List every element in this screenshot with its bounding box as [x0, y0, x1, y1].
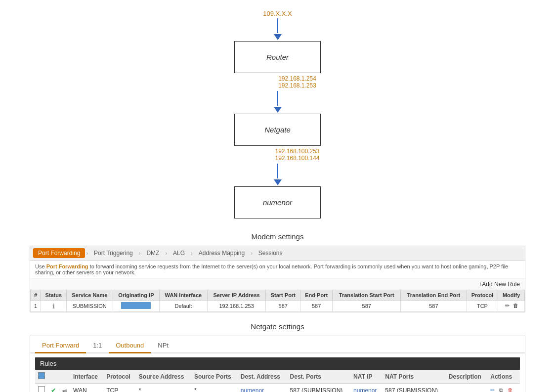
delete-icon[interactable]: 🗑 — [512, 303, 519, 309]
ip-netgate-in: 192.168.1.253 — [278, 82, 316, 89]
tab-npt[interactable]: NPt — [151, 339, 175, 353]
row-check-icon: ✔ — [48, 384, 59, 392]
ip-pair-2: 192.168.100.253 192.168.100.144 — [275, 148, 319, 162]
cell-status: ℹ — [41, 301, 67, 312]
row-interface: WAN — [70, 384, 103, 392]
ng-col-nat-ports: NAT Ports — [382, 370, 445, 384]
ng-col-source-ports: Source Ports — [191, 370, 238, 384]
col-num: # — [31, 290, 41, 301]
row-protocol: TCP — [103, 384, 136, 392]
ng-col-nat-ip: NAT IP — [350, 370, 382, 384]
cell-start-port: 587 — [266, 301, 300, 312]
cell-service: SUBMISSION — [66, 301, 113, 312]
tab-port-triggering[interactable]: Port Triggering — [89, 248, 138, 258]
tab-alg[interactable]: ALG — [168, 248, 190, 258]
row-checkbox[interactable] — [35, 384, 48, 392]
ng-col-check — [48, 370, 59, 384]
col-start-port: Start Port — [266, 290, 300, 301]
cell-num: 1 — [31, 301, 41, 312]
arrow-1 — [274, 18, 282, 41]
tab-port-forward[interactable]: Port Forward — [35, 339, 86, 353]
rules-header-label: Rules — [40, 360, 56, 367]
col-server-ip: Server IP Address — [207, 290, 266, 301]
col-wan: WAN Interface — [159, 290, 207, 301]
modem-tab-bar: Port Forwarding › Port Triggering › DMZ … — [30, 246, 525, 261]
col-trans-end: Translation End Port — [401, 290, 467, 301]
tab-port-forwarding[interactable]: Port Forwarding — [33, 248, 85, 258]
router-box: Router — [234, 41, 321, 73]
row-dest-addr: numenor — [238, 384, 287, 392]
edit-icon[interactable]: ✏ — [504, 303, 511, 309]
info-link: Port Forwarding — [46, 263, 88, 269]
ng-col-source-addr: Source Address — [136, 370, 191, 384]
row-source-ports: * — [191, 384, 238, 392]
ng-col-shuffle — [59, 370, 70, 384]
row-edit-icon[interactable]: ✏ — [490, 387, 497, 392]
tab-1-1[interactable]: 1:1 — [86, 339, 109, 353]
cell-originating-ip — [113, 301, 159, 312]
ng-col-actions: Actions — [487, 370, 520, 384]
table-row: ✔ ⇌ WAN TCP * * numenor 587 (SUBMISSION)… — [35, 384, 520, 392]
arrow-3 — [274, 164, 282, 186]
ng-col-interface: Interface — [70, 370, 103, 384]
modem-title: Modem settings — [0, 232, 555, 241]
ip-netgate-out: 192.168.100.253 — [275, 148, 319, 155]
ip-numenor-in: 192.168.100.144 — [275, 155, 319, 162]
cell-server-ip: 192.168.1.253 — [207, 301, 266, 312]
select-all-checkbox[interactable] — [38, 372, 45, 379]
tab-outbound[interactable]: Outbound — [109, 339, 151, 353]
col-status: Status — [41, 290, 67, 301]
cell-protocol: TCP — [467, 301, 498, 312]
network-diagram: 109.X.X.X Router 192.168.1.254 192.168.1… — [0, 0, 555, 223]
netgate-panel: Port Forward 1:1 Outbound NPt Rules Inte… — [30, 336, 525, 392]
add-new-rule-button[interactable]: +Add New Rule — [478, 281, 520, 288]
tab-sessions[interactable]: Sessions — [254, 248, 288, 258]
cell-wan: Default — [159, 301, 207, 312]
cell-trans-start: 587 — [333, 301, 401, 312]
nat-ip-link[interactable]: numenor — [353, 387, 377, 392]
row-description — [446, 384, 487, 392]
netgate-tab-bar: Port Forward 1:1 Outbound NPt — [30, 339, 525, 353]
table-row: 1 ℹ SUBMISSION Default 192.168.1.253 587… — [31, 301, 525, 312]
external-ip: 109.X.X.X — [263, 10, 292, 17]
cell-trans-end: 587 — [401, 301, 467, 312]
col-originating-ip: Originating IP — [113, 290, 159, 301]
row-actions: ✏ ⧉ 🗑 — [487, 384, 520, 392]
row-source-addr: * — [136, 384, 191, 392]
router-label: Router — [266, 53, 289, 61]
ng-col-description: Description — [446, 370, 487, 384]
row-nat-ports: 587 (SUBMISSION) — [382, 384, 445, 392]
col-end-port: End Port — [300, 290, 333, 301]
col-trans-start: Translation Start Port — [333, 290, 401, 301]
ng-col-chk — [35, 370, 48, 384]
modem-panel: Port Forwarding › Port Triggering › DMZ … — [30, 246, 525, 312]
tab-address-mapping[interactable]: Address Mapping — [194, 248, 250, 258]
rules-header: Rules — [35, 357, 520, 370]
modem-table: # Status Service Name Originating IP WAN… — [30, 290, 525, 312]
ng-col-dest-addr: Dest. Address — [238, 370, 287, 384]
netgate-title: Netgate settings — [0, 322, 555, 331]
dest-addr-link[interactable]: numenor — [241, 387, 264, 392]
ip-router-out: 192.168.1.254 — [278, 75, 316, 82]
cell-modify: ✏ 🗑 — [498, 301, 525, 312]
col-protocol: Protocol — [467, 290, 498, 301]
add-rule-container: +Add New Rule — [30, 279, 525, 290]
numenor-box: numenor — [234, 186, 321, 218]
cell-end-port: 587 — [300, 301, 333, 312]
row-shuffle-icon: ⇌ — [59, 384, 70, 392]
arrow-2 — [274, 91, 282, 114]
ip-pair-1: 192.168.1.254 192.168.1.253 — [278, 75, 316, 89]
ng-col-protocol: Protocol — [103, 370, 136, 384]
numenor-label: numenor — [263, 198, 292, 207]
row-delete-icon[interactable]: 🗑 — [508, 387, 514, 392]
netgate-label: Netgate — [264, 126, 291, 134]
ng-col-dest-ports: Dest. Ports — [287, 370, 350, 384]
col-modify: Modify — [498, 290, 525, 301]
netgate-rules-table: Interface Protocol Source Address Source… — [35, 370, 520, 392]
row-copy-icon[interactable]: ⧉ — [499, 387, 506, 392]
tab-dmz[interactable]: DMZ — [141, 248, 164, 258]
col-service: Service Name — [66, 290, 113, 301]
netgate-box: Netgate — [234, 114, 321, 146]
modem-info: Use Port Forwarding to forward incoming … — [30, 261, 525, 279]
row-dest-ports: 587 (SUBMISSION) — [287, 384, 350, 392]
